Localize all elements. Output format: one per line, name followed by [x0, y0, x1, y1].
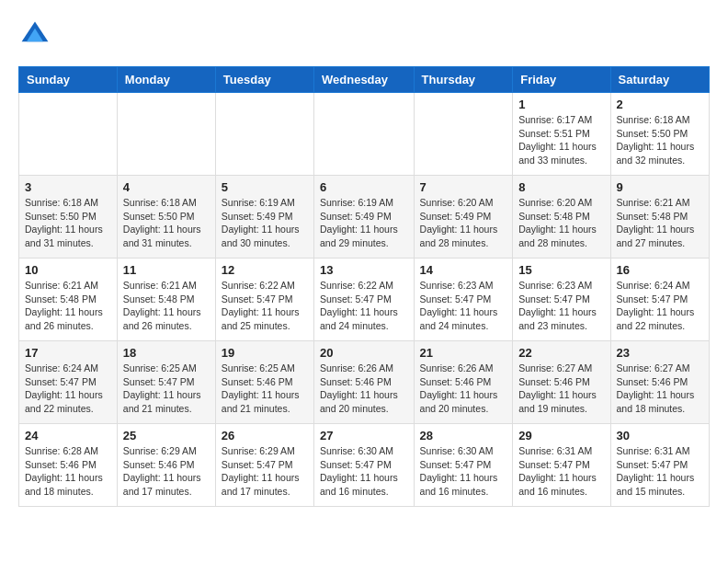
day-info: Sunrise: 6:30 AMSunset: 5:47 PMDaylight:…	[320, 444, 408, 499]
day-cell-12: 12Sunrise: 6:22 AMSunset: 5:47 PMDayligh…	[215, 259, 313, 341]
day-cell-28: 28Sunrise: 6:30 AMSunset: 5:47 PMDayligh…	[414, 424, 513, 507]
day-info: Sunrise: 6:21 AMSunset: 5:48 PMDaylight:…	[123, 279, 210, 333]
day-info: Sunrise: 6:23 AMSunset: 5:47 PMDaylight:…	[420, 279, 507, 333]
day-number: 27	[320, 429, 408, 442]
days-header-row: SundayMondayTuesdayWednesdayThursdayFrid…	[19, 67, 710, 93]
day-cell-5: 5Sunrise: 6:19 AMSunset: 5:49 PMDaylight…	[215, 176, 313, 259]
day-cell-21: 21Sunrise: 6:26 AMSunset: 5:46 PMDayligh…	[414, 341, 513, 424]
day-header-friday: Friday	[513, 67, 610, 93]
day-info: Sunrise: 6:20 AMSunset: 5:49 PMDaylight:…	[420, 196, 507, 250]
day-number: 22	[518, 346, 604, 360]
day-cell-18: 18Sunrise: 6:25 AMSunset: 5:47 PMDayligh…	[117, 341, 215, 424]
day-header-saturday: Saturday	[610, 67, 709, 93]
day-info: Sunrise: 6:28 AMSunset: 5:46 PMDaylight:…	[25, 444, 111, 499]
day-number: 17	[25, 346, 111, 360]
day-number: 2	[617, 98, 703, 111]
day-number: 30	[617, 429, 703, 442]
day-info: Sunrise: 6:26 AMSunset: 5:46 PMDaylight:…	[320, 362, 408, 416]
day-cell-1: 1Sunrise: 6:17 AMSunset: 5:51 PMDaylight…	[513, 93, 610, 176]
day-info: Sunrise: 6:25 AMSunset: 5:47 PMDaylight:…	[123, 362, 210, 416]
day-header-wednesday: Wednesday	[314, 67, 415, 93]
day-info: Sunrise: 6:18 AMSunset: 5:50 PMDaylight:…	[123, 196, 210, 250]
day-number: 4	[123, 180, 210, 194]
day-cell-16: 16Sunrise: 6:24 AMSunset: 5:47 PMDayligh…	[610, 259, 709, 341]
day-number: 1	[518, 98, 604, 111]
day-info: Sunrise: 6:30 AMSunset: 5:47 PMDaylight:…	[420, 444, 507, 499]
day-info: Sunrise: 6:27 AMSunset: 5:46 PMDaylight:…	[518, 362, 604, 416]
day-number: 24	[25, 429, 111, 442]
day-cell-13: 13Sunrise: 6:22 AMSunset: 5:47 PMDayligh…	[314, 259, 415, 341]
day-cell-3: 3Sunrise: 6:18 AMSunset: 5:50 PMDaylight…	[19, 176, 118, 259]
week-row-5: 24Sunrise: 6:28 AMSunset: 5:46 PMDayligh…	[19, 424, 710, 507]
empty-cell	[215, 93, 313, 176]
day-info: Sunrise: 6:19 AMSunset: 5:49 PMDaylight:…	[320, 196, 408, 250]
day-cell-27: 27Sunrise: 6:30 AMSunset: 5:47 PMDayligh…	[314, 424, 415, 507]
day-info: Sunrise: 6:25 AMSunset: 5:46 PMDaylight:…	[222, 362, 308, 416]
empty-cell	[314, 93, 415, 176]
day-number: 29	[518, 429, 604, 442]
day-cell-6: 6Sunrise: 6:19 AMSunset: 5:49 PMDaylight…	[314, 176, 415, 259]
empty-cell	[19, 93, 118, 176]
day-header-thursday: Thursday	[414, 67, 513, 93]
day-number: 18	[123, 346, 210, 360]
day-number: 14	[420, 263, 507, 277]
week-row-2: 3Sunrise: 6:18 AMSunset: 5:50 PMDaylight…	[19, 176, 710, 259]
day-cell-10: 10Sunrise: 6:21 AMSunset: 5:48 PMDayligh…	[19, 259, 118, 341]
day-cell-26: 26Sunrise: 6:29 AMSunset: 5:47 PMDayligh…	[215, 424, 313, 507]
day-header-monday: Monday	[117, 67, 215, 93]
day-cell-2: 2Sunrise: 6:18 AMSunset: 5:50 PMDaylight…	[610, 93, 709, 176]
day-number: 3	[25, 180, 111, 194]
day-number: 5	[222, 180, 308, 194]
day-info: Sunrise: 6:21 AMSunset: 5:48 PMDaylight:…	[617, 196, 703, 250]
day-cell-9: 9Sunrise: 6:21 AMSunset: 5:48 PMDaylight…	[610, 176, 709, 259]
day-info: Sunrise: 6:22 AMSunset: 5:47 PMDaylight:…	[320, 279, 408, 333]
day-number: 15	[518, 263, 604, 277]
day-info: Sunrise: 6:24 AMSunset: 5:47 PMDaylight:…	[617, 279, 703, 333]
day-info: Sunrise: 6:29 AMSunset: 5:47 PMDaylight:…	[222, 444, 308, 499]
day-number: 23	[617, 346, 703, 360]
day-cell-14: 14Sunrise: 6:23 AMSunset: 5:47 PMDayligh…	[414, 259, 513, 341]
day-info: Sunrise: 6:31 AMSunset: 5:47 PMDaylight:…	[518, 444, 604, 499]
logo-icon	[18, 18, 51, 52]
day-number: 9	[617, 180, 703, 194]
day-cell-25: 25Sunrise: 6:29 AMSunset: 5:46 PMDayligh…	[117, 424, 215, 507]
day-info: Sunrise: 6:18 AMSunset: 5:50 PMDaylight:…	[617, 113, 703, 167]
day-cell-23: 23Sunrise: 6:27 AMSunset: 5:46 PMDayligh…	[610, 341, 709, 424]
day-number: 7	[420, 180, 507, 194]
day-info: Sunrise: 6:31 AMSunset: 5:47 PMDaylight:…	[617, 444, 703, 499]
week-row-4: 17Sunrise: 6:24 AMSunset: 5:47 PMDayligh…	[19, 341, 710, 424]
day-cell-15: 15Sunrise: 6:23 AMSunset: 5:47 PMDayligh…	[513, 259, 610, 341]
day-number: 10	[25, 263, 111, 277]
day-number: 20	[320, 346, 408, 360]
empty-cell	[117, 93, 215, 176]
day-info: Sunrise: 6:24 AMSunset: 5:47 PMDaylight:…	[25, 362, 111, 416]
day-info: Sunrise: 6:18 AMSunset: 5:50 PMDaylight:…	[25, 196, 111, 250]
day-number: 11	[123, 263, 210, 277]
day-cell-22: 22Sunrise: 6:27 AMSunset: 5:46 PMDayligh…	[513, 341, 610, 424]
day-info: Sunrise: 6:21 AMSunset: 5:48 PMDaylight:…	[25, 279, 111, 333]
day-number: 28	[420, 429, 507, 442]
day-number: 6	[320, 180, 408, 194]
day-number: 19	[222, 346, 308, 360]
day-number: 26	[222, 429, 308, 442]
day-cell-8: 8Sunrise: 6:20 AMSunset: 5:48 PMDaylight…	[513, 176, 610, 259]
day-number: 12	[222, 263, 308, 277]
day-header-sunday: Sunday	[19, 67, 118, 93]
day-cell-20: 20Sunrise: 6:26 AMSunset: 5:46 PMDayligh…	[314, 341, 415, 424]
page-header	[18, 18, 710, 52]
day-number: 25	[123, 429, 210, 442]
empty-cell	[414, 93, 513, 176]
week-row-1: 1Sunrise: 6:17 AMSunset: 5:51 PMDaylight…	[19, 93, 710, 176]
day-info: Sunrise: 6:23 AMSunset: 5:47 PMDaylight:…	[518, 279, 604, 333]
day-cell-19: 19Sunrise: 6:25 AMSunset: 5:46 PMDayligh…	[215, 341, 313, 424]
day-number: 21	[420, 346, 507, 360]
day-cell-17: 17Sunrise: 6:24 AMSunset: 5:47 PMDayligh…	[19, 341, 118, 424]
day-info: Sunrise: 6:17 AMSunset: 5:51 PMDaylight:…	[518, 113, 604, 167]
day-cell-7: 7Sunrise: 6:20 AMSunset: 5:49 PMDaylight…	[414, 176, 513, 259]
day-cell-4: 4Sunrise: 6:18 AMSunset: 5:50 PMDaylight…	[117, 176, 215, 259]
day-info: Sunrise: 6:29 AMSunset: 5:46 PMDaylight:…	[123, 444, 210, 499]
day-cell-29: 29Sunrise: 6:31 AMSunset: 5:47 PMDayligh…	[513, 424, 610, 507]
day-cell-11: 11Sunrise: 6:21 AMSunset: 5:48 PMDayligh…	[117, 259, 215, 341]
day-number: 8	[518, 180, 604, 194]
day-header-tuesday: Tuesday	[215, 67, 313, 93]
